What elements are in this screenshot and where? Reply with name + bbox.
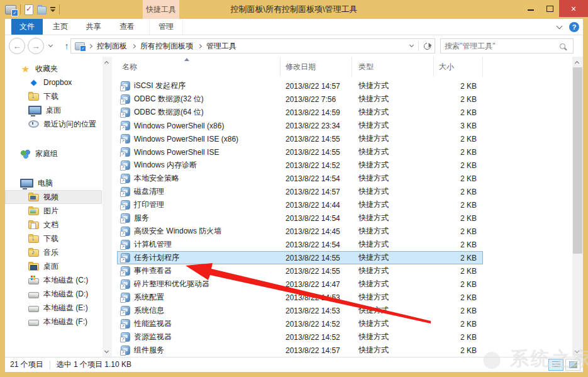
sidebar-scrollbar[interactable] [103, 57, 112, 357]
table-row[interactable]: 组件服务 2013/8/22 14:57 快捷方式 2 KB [117, 344, 483, 357]
table-row[interactable]: 本地安全策略 2013/8/22 14:54 快捷方式 2 KB [117, 172, 483, 185]
sidebar-item-label: 家庭组 [35, 149, 58, 159]
sidebar-item[interactable]: 本地磁盘 (F:) [5, 315, 102, 329]
sidebar-item[interactable]: 家庭组 [5, 147, 102, 160]
sidebar-item-icon [28, 292, 39, 298]
table-row[interactable]: 碎片整理和优化驱动器 2013/8/22 14:47 快捷方式 2 KB [117, 278, 483, 291]
file-date-modified: 2013/8/22 14:57 [280, 346, 352, 355]
table-row[interactable]: Windows PowerShell ISE 2013/8/22 14:55 快… [117, 145, 483, 159]
table-row[interactable]: Windows 内存诊断 2013/8/22 14:52 快捷方式 2 KB [117, 159, 483, 172]
sidebar-item[interactable]: 桌面 [5, 259, 102, 273]
ribbon-collapse-icon[interactable] [557, 23, 563, 29]
scroll-down-icon[interactable] [104, 349, 109, 353]
sidebar-item[interactable]: 本地磁盘 (D:) [5, 287, 102, 301]
scroll-down-icon[interactable] [575, 349, 579, 353]
scroll-up-icon[interactable] [575, 61, 579, 65]
tab-home[interactable]: 主页 [45, 19, 75, 35]
window-controls: × [521, 0, 588, 18]
table-row[interactable]: 资源监视器 2013/8/22 14:52 快捷方式 2 KB [117, 330, 483, 344]
file-type: 快捷方式 [352, 252, 434, 263]
caret-bar [50, 7, 55, 8]
sidebar-item[interactable]: 最近访问的位置 [5, 117, 102, 131]
sidebar-item[interactable]: 本地磁盘 (E:) [5, 301, 102, 315]
sidebar-item[interactable]: 图片 [5, 204, 102, 218]
table-row[interactable]: 性能监视器 2013/8/22 14:52 快捷方式 2 KB [117, 317, 483, 330]
properties-icon[interactable] [25, 4, 33, 15]
tab-view[interactable]: 查看 [112, 19, 142, 35]
sidebar-item-icon [28, 278, 39, 284]
file-list: iSCSI 发起程序 2013/8/22 14:57 快捷方式 2 KB ODB… [117, 79, 570, 357]
breadcrumb-item[interactable]: 所有控制面板项 [130, 39, 196, 53]
sidebar-item[interactable]: 下载 [5, 89, 102, 103]
sidebar-item[interactable]: 视频 [5, 190, 102, 204]
back-button[interactable]: ← [9, 38, 25, 54]
column-header-name[interactable]: 名称 [117, 57, 280, 77]
sidebar-item[interactable]: 电脑 [5, 176, 102, 190]
icons-view-icon [569, 361, 577, 368]
qat-customize-button[interactable] [50, 7, 55, 12]
table-row[interactable]: ODBC 数据源(32 位) 2013/8/22 7:56 快捷方式 2 KB [117, 93, 483, 106]
details-view-button[interactable] [548, 359, 563, 371]
breadcrumb-item[interactable]: 管理工具 [196, 39, 239, 53]
forward-button[interactable]: → [28, 38, 44, 54]
table-row[interactable]: 系统配置 2013/8/22 14:53 快捷方式 2 KB [117, 291, 483, 304]
file-type: 快捷方式 [352, 147, 434, 157]
sidebar-item-icon [28, 235, 39, 243]
column-header-size[interactable]: 大小 [434, 57, 483, 77]
tab-share[interactable]: 共享 [78, 19, 109, 35]
new-folder-icon[interactable] [37, 6, 47, 14]
table-row[interactable]: 打印管理 2013/8/22 14:44 快捷方式 2 KB [117, 198, 483, 211]
file-date-modified: 2013/8/22 14:54 [280, 174, 352, 183]
table-row[interactable]: Windows PowerShell (x86) 2013/8/22 23:34… [117, 119, 483, 132]
help-icon[interactable]: ? [569, 22, 579, 32]
search-input[interactable] [441, 42, 560, 50]
quick-access-toolbar [5, 0, 60, 19]
sidebar-item[interactable]: 本地磁盘 (C:) [5, 273, 102, 287]
search-icon[interactable] [560, 43, 565, 49]
table-row[interactable]: 服务 2013/8/22 14:54 快捷方式 2 KB [117, 211, 483, 225]
sidebar-item-label: 桌面 [46, 105, 61, 116]
shortcut-icon [121, 94, 130, 104]
sidebar-item[interactable]: 收藏夹 [5, 62, 102, 76]
table-row[interactable]: iSCSI 发起程序 2013/8/22 14:57 快捷方式 2 KB [117, 79, 483, 93]
minimize-button[interactable] [521, 0, 540, 16]
view-buttons [548, 359, 580, 371]
table-row[interactable]: ODBC 数据源(64 位) 2013/8/22 14:59 快捷方式 2 KB [117, 106, 483, 119]
app-icon[interactable] [5, 5, 16, 14]
file-type: 快捷方式 [352, 94, 434, 104]
column-headers: 名称 修改日期 类型 大小 [117, 57, 483, 77]
icons-view-button[interactable] [565, 359, 580, 371]
history-dropdown-icon[interactable] [48, 43, 53, 47]
sidebar-item[interactable]: 音乐 [5, 245, 102, 259]
breadcrumb-item[interactable]: 控制面板 [86, 39, 130, 53]
table-row[interactable]: 计算机管理 2013/8/22 14:54 快捷方式 2 KB [117, 238, 483, 251]
column-header-type[interactable]: 类型 [352, 57, 434, 77]
table-row[interactable]: 磁盘清理 2013/8/22 14:57 快捷方式 2 KB [117, 185, 483, 198]
table-row[interactable]: 高级安全 Windows 防火墙 2013/8/22 14:45 快捷方式 2 … [117, 225, 483, 238]
file-size: 2 KB [434, 320, 483, 329]
address-dropdown-icon[interactable] [409, 43, 414, 47]
list-scrollbar[interactable] [572, 57, 583, 357]
scrollbar-thumb[interactable] [573, 67, 582, 254]
sidebar-item[interactable]: Dropbox [5, 76, 102, 89]
sidebar-item[interactable]: 桌面 [5, 103, 102, 117]
table-row[interactable]: 事件查看器 2013/8/22 14:55 快捷方式 2 KB [117, 264, 483, 278]
file-name: 系统信息 [134, 305, 164, 316]
sidebar-item[interactable]: 下载 [5, 232, 102, 245]
column-header-date[interactable]: 修改日期 [280, 57, 352, 77]
refresh-icon[interactable] [423, 41, 432, 50]
file-type: 快捷方式 [352, 318, 434, 329]
table-row[interactable]: 任务计划程序 2013/8/22 14:55 快捷方式 2 KB [117, 251, 483, 264]
file-name: 组件服务 [134, 345, 164, 356]
maximize-button[interactable] [540, 0, 559, 16]
shortcut-icon [121, 108, 130, 117]
sidebar-item[interactable]: 文档 [5, 218, 102, 232]
close-button[interactable]: × [559, 0, 588, 17]
table-row[interactable]: Windows PowerShell ISE (x86) 2013/8/22 1… [117, 132, 483, 145]
table-row[interactable]: 系统信息 2013/8/22 14:53 快捷方式 2 KB [117, 304, 483, 317]
address-bar-row: ← → ↑ 控制面板 所有控制面板项 管理工具 [5, 35, 583, 57]
tab-manage[interactable]: 管理 [149, 19, 183, 35]
scroll-up-icon[interactable] [104, 61, 109, 65]
tab-file[interactable]: 文件 [11, 19, 43, 35]
address-bar[interactable]: 控制面板 所有控制面板项 管理工具 [70, 38, 435, 53]
